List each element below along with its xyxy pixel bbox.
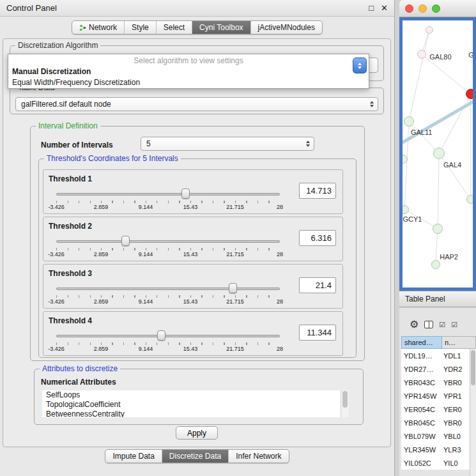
network-node[interactable] <box>466 89 476 99</box>
slider-track[interactable] <box>56 240 280 243</box>
dropdown-item-equal-width-frequency[interactable]: Equal Width/Frequency Discretization <box>8 77 369 88</box>
checkbox-icon[interactable]: ☑ <box>451 321 457 329</box>
slider-track[interactable] <box>56 335 280 337</box>
algorithm-select-button[interactable] <box>353 58 367 73</box>
interval-definition-group: Interval Definition Number of Intervals … <box>30 126 365 361</box>
select-stepper-icon <box>306 141 310 147</box>
table-row[interactable]: YER054CYER0 <box>401 403 476 416</box>
traffic-light-zoom-icon[interactable] <box>432 4 440 13</box>
table-row[interactable]: YBR045CYBR0 <box>401 416 476 429</box>
tab-label: Impute Data <box>112 452 154 461</box>
threshold-3-value-field[interactable]: 21.4 <box>299 277 336 293</box>
threshold-1-slider[interactable]: -3.4262.8599.14415.4321.71528 <box>56 187 280 212</box>
column-header-name[interactable]: n… <box>442 336 476 349</box>
slider-thumb[interactable] <box>229 283 237 293</box>
close-window-icon[interactable]: ✕ <box>381 3 388 13</box>
traffic-light-minimize-icon[interactable] <box>418 4 427 13</box>
dropdown-placeholder: Select algorithm to view settings <box>8 54 369 66</box>
network-node[interactable] <box>400 205 409 214</box>
table-cell[interactable]: YER054C <box>401 406 441 413</box>
slider-ticks <box>56 248 280 250</box>
column-header-shared-name[interactable]: shared… <box>401 336 442 349</box>
attribute-list-item[interactable]: SelfLoops <box>42 390 349 400</box>
tick-label: 28 <box>277 204 283 210</box>
tab-discretize-data[interactable]: Discretize Data <box>162 450 228 463</box>
network-node-label: GAL80 <box>429 53 451 61</box>
slider-track[interactable] <box>56 288 280 290</box>
tick-label: 28 <box>277 251 283 257</box>
table-cell[interactable]: YBR045C <box>401 419 441 427</box>
attribute-list-item[interactable]: TopologicalCoefficient <box>42 400 349 410</box>
tick-label: -3.426 <box>48 298 65 305</box>
numerical-attributes-list[interactable]: SelfLoopsTopologicalCoefficientBetweenne… <box>42 390 349 417</box>
threshold-1-value-field[interactable]: 14.713 <box>299 183 336 199</box>
threshold-2-value-field[interactable]: 6.316 <box>299 230 336 246</box>
network-node[interactable] <box>466 195 475 204</box>
table-row[interactable]: YBL079WYBL0 <box>401 429 476 443</box>
table-scrollbar[interactable] <box>470 349 476 476</box>
attribute-list-item[interactable]: BetweennessCentrality <box>42 410 349 417</box>
table-row[interactable]: YPR145WYPR1 <box>401 389 476 403</box>
tick-label: 15.43 <box>183 346 198 352</box>
tab-select[interactable]: Select <box>156 21 192 34</box>
tick-label: -3.426 <box>48 346 65 352</box>
network-node-label: HAP2 <box>440 253 458 261</box>
table-cell[interactable]: YDL19… <box>401 352 441 360</box>
threshold-4-slider[interactable]: -3.4262.8599.14415.4321.71528 <box>56 328 280 354</box>
tick-label: 21.715 <box>226 298 244 305</box>
control-panel-window: Control Panel □ ✕ Network Style Select C… <box>0 0 395 476</box>
table-row[interactable]: YDL19…YDL1 <box>401 349 476 362</box>
group-title: Threshold's Coordinates for 5 Intervals <box>44 154 181 163</box>
slider-thumb[interactable] <box>181 188 190 199</box>
table-panel-title: Table Panel <box>405 295 445 303</box>
threshold-3-slider[interactable]: -3.4262.8599.14415.4321.71528 <box>56 281 280 307</box>
tab-infer-network[interactable]: Infer Network <box>228 450 288 463</box>
network-node[interactable] <box>433 224 443 234</box>
network-canvas[interactable]: GAL80GAL11GAL4GCY1HAP2GA <box>399 17 476 291</box>
threshold-4-value-field[interactable]: 11.344 <box>299 325 336 341</box>
list-scrollbar[interactable] <box>341 390 349 417</box>
tick-label: 2.859 <box>94 251 109 257</box>
threshold-2-slider[interactable]: -3.4262.8599.14415.4321.71528 <box>56 234 280 259</box>
tab-network[interactable]: Network <box>72 21 124 34</box>
table-cell[interactable]: YBL079W <box>401 433 441 440</box>
table-row[interactable]: YIL052CYIL0 <box>401 456 476 470</box>
dropdown-item-manual-discretization[interactable]: Manual Discretization <box>8 66 369 77</box>
slider-thumb[interactable] <box>121 236 130 246</box>
network-view-window: GAL80GAL11GAL4GCY1HAP2GA <box>399 0 476 291</box>
table-row[interactable]: YDR27…YDR2 <box>401 362 476 376</box>
tick-label: 2.859 <box>94 346 109 352</box>
table-data-selected-value: galFiltered.sif default node <box>21 100 111 109</box>
table-row[interactable]: YLR345WYLR3 <box>401 443 476 456</box>
threshold-label: Threshold 1 <box>49 174 92 183</box>
table-cell[interactable]: YBR043C <box>401 379 441 387</box>
node-table: shared… n… YDL19…YDL1YDR27…YDR2YBR043CYB… <box>401 336 476 470</box>
tab-impute-data[interactable]: Impute Data <box>105 450 161 463</box>
slider-ticks <box>56 201 280 203</box>
table-row[interactable]: YBR043CYBR0 <box>401 376 476 389</box>
slider-track[interactable] <box>56 193 280 196</box>
tab-label: Cyni Toolbox <box>199 23 243 32</box>
number-of-intervals-select[interactable]: 5 <box>141 137 314 151</box>
tab-label: Infer Network <box>236 452 281 461</box>
network-node[interactable] <box>431 260 440 269</box>
float-window-icon[interactable]: □ <box>369 3 374 13</box>
traffic-light-close-icon[interactable] <box>405 4 413 13</box>
tab-style[interactable]: Style <box>124 21 156 34</box>
tab-cyni-toolbox[interactable]: Cyni Toolbox <box>192 21 250 34</box>
apply-button[interactable]: Apply <box>176 426 218 440</box>
table-cell[interactable]: YDR27… <box>401 365 441 373</box>
slider-thumb[interactable] <box>157 330 165 341</box>
network-node[interactable] <box>417 50 426 59</box>
network-node[interactable] <box>426 26 433 34</box>
network-node[interactable] <box>404 116 414 127</box>
table-data-select[interactable]: galFiltered.sif default node <box>15 97 378 111</box>
window-title: Control Panel <box>6 3 57 13</box>
tab-jactivemnodules[interactable]: jActiveMNodules <box>250 21 322 34</box>
gear-icon[interactable]: ⚙ <box>410 319 418 330</box>
columns-icon[interactable] <box>424 321 433 328</box>
checkbox-icon[interactable]: ☑ <box>439 321 445 329</box>
table-cell[interactable]: YIL052C <box>401 459 441 467</box>
table-cell[interactable]: YPR145W <box>401 392 441 400</box>
table-cell[interactable]: YLR345W <box>401 446 441 454</box>
